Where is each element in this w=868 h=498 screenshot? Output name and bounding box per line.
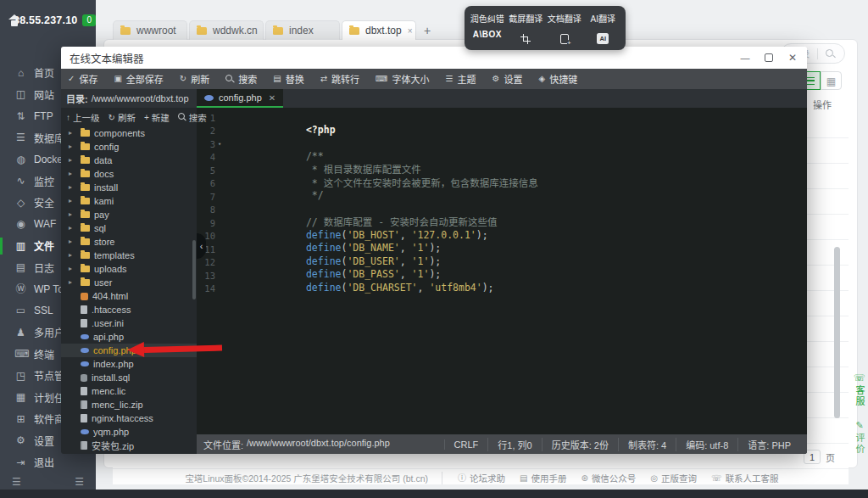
- footer-link[interactable]: 正版查询: [650, 472, 697, 484]
- toolbar-button[interactable]: 替换: [273, 72, 303, 86]
- code-line: 14: [197, 283, 807, 296]
- tree-item[interactable]: config.php: [61, 344, 197, 357]
- translate-tool[interactable]: AI翻译: [584, 11, 623, 45]
- toolbar-button[interactable]: 保存: [68, 72, 97, 86]
- translate-tool[interactable]: 润色纠错 A\BOX: [468, 11, 507, 45]
- goto-line-icon: [320, 75, 327, 83]
- tree-item[interactable]: 404.html: [61, 289, 197, 303]
- minimize-icon[interactable]: [739, 52, 751, 64]
- tree-item[interactable]: yqm.php: [61, 425, 197, 439]
- view-toggle-button[interactable]: [821, 71, 842, 90]
- line-number: 8: [197, 204, 215, 215]
- menu-icon[interactable]: ☰: [75, 477, 84, 487]
- ftp-icon: [14, 111, 27, 121]
- save-icon: [68, 75, 75, 83]
- footer-link[interactable]: 微信公众号: [581, 472, 636, 484]
- side-float-button[interactable]: 评价: [853, 421, 866, 455]
- new-icon: [144, 113, 149, 122]
- terminal-icon: [14, 349, 27, 359]
- file-type-icon: [81, 184, 90, 191]
- tree-item[interactable]: .user.ini: [61, 316, 197, 330]
- tree-item[interactable]: templates: [61, 249, 197, 262]
- file-type-icon: [81, 387, 87, 395]
- tree-item[interactable]: api.php: [61, 330, 197, 344]
- tree-item[interactable]: install: [61, 181, 197, 194]
- file-type-icon: [81, 198, 90, 204]
- search-icon[interactable]: [826, 49, 835, 59]
- scrollbar-thumb[interactable]: [834, 247, 840, 418]
- footer-link[interactable]: 使用手册: [520, 472, 566, 484]
- tree-item[interactable]: kami: [61, 194, 197, 208]
- translate-tool[interactable]: 截屏翻译: [507, 11, 546, 45]
- footer-link[interactable]: 联系人工客服: [711, 472, 779, 484]
- side-float-button[interactable]: 客服: [853, 373, 866, 407]
- tab-label: wwwroot: [136, 25, 176, 36]
- directory-tab[interactable]: wddwk.cn: [189, 20, 264, 40]
- tree-toolbar-button[interactable]: 刷新: [108, 111, 136, 124]
- tree-item[interactable]: store: [61, 235, 197, 249]
- users-icon: [14, 327, 27, 338]
- tree-toolbar-button[interactable]: 搜索: [178, 111, 207, 124]
- toolbar-button[interactable]: 跳转行: [320, 72, 359, 86]
- toolbar-button[interactable]: 字体大小: [376, 72, 429, 86]
- tree-item[interactable]: menc.lic: [61, 384, 197, 398]
- file-tab-close-icon[interactable]: ✕: [269, 93, 275, 103]
- tree-item[interactable]: install.sql: [61, 371, 197, 384]
- toolbar-button[interactable]: 刷新: [180, 72, 209, 86]
- line-number: 6: [197, 178, 215, 188]
- directory-tab[interactable]: index: [265, 20, 340, 40]
- tree-item[interactable]: user: [61, 276, 197, 289]
- file-type-icon: [81, 348, 89, 354]
- tree-item[interactable]: 安装包.zip: [61, 439, 197, 452]
- fold-caret-icon[interactable]: ▾: [215, 141, 224, 148]
- tree-toolbar-button[interactable]: 新建: [144, 111, 170, 124]
- tree-item[interactable]: sql: [61, 221, 197, 235]
- appstore-icon: [14, 414, 27, 424]
- tree-item[interactable]: nginx.htaccess: [61, 411, 197, 425]
- doc-translate-icon: [560, 34, 569, 44]
- tree-caret-icon: [69, 252, 76, 259]
- tree-caret-icon: [69, 238, 76, 245]
- editor-titlebar[interactable]: 在线文本编辑器: [61, 47, 807, 69]
- tree-item[interactable]: docs: [61, 167, 197, 181]
- security-icon: [14, 198, 27, 208]
- bottom-strip: [0, 490, 868, 498]
- tree-item[interactable]: data: [61, 154, 197, 167]
- open-file-tab[interactable]: config.php ✕: [197, 89, 283, 108]
- toolbar-button[interactable]: 全部保存: [114, 72, 163, 86]
- tree-item[interactable]: .htaccess: [61, 303, 197, 316]
- tree-item[interactable]: config: [61, 140, 197, 154]
- notification-badge[interactable]: 0: [82, 14, 96, 26]
- tree-item[interactable]: pay: [61, 208, 197, 221]
- tree-item[interactable]: components: [61, 126, 197, 140]
- toolbar-button[interactable]: 搜索: [225, 72, 257, 86]
- status-segment: 制表符: 4: [618, 438, 676, 451]
- tree-caret-icon: [69, 279, 76, 286]
- translate-tool[interactable]: 文档翻译: [545, 11, 584, 45]
- editor-body: 上一级 刷新 新建: [61, 108, 807, 454]
- tree-item[interactable]: uploads: [61, 262, 197, 276]
- tree-scrollbar-thumb[interactable]: [192, 240, 196, 299]
- directory-tab[interactable]: wwwroot: [113, 20, 187, 40]
- footer-link[interactable]: 论坛求助: [458, 472, 505, 484]
- toolbar-button[interactable]: 设置: [492, 72, 522, 86]
- directory-tab[interactable]: dbxt.top ×: [342, 20, 416, 40]
- toolbar-button[interactable]: 主题: [446, 72, 476, 86]
- server-brand[interactable]: 38.55.237.10 0: [0, 0, 96, 27]
- side-float-buttons: 客服 评价: [853, 373, 866, 455]
- close-icon[interactable]: [787, 52, 798, 64]
- toolbar-button[interactable]: 快捷键: [538, 72, 577, 86]
- code-editor[interactable]: 1 <?php 2: [197, 108, 807, 434]
- verify-icon: [650, 474, 658, 483]
- page-unit-label: 页: [826, 450, 835, 464]
- tree-caret-icon: [69, 143, 76, 150]
- sidebar-item[interactable]: 退出: [0, 451, 96, 473]
- database-icon: [14, 132, 27, 143]
- tree-toolbar-button[interactable]: 上一级: [66, 111, 100, 124]
- tree-item[interactable]: menc_lic.zip: [61, 398, 197, 411]
- maximize-icon[interactable]: [765, 53, 773, 62]
- tab-close-icon[interactable]: ×: [408, 26, 413, 36]
- tree-item[interactable]: index.php: [61, 357, 197, 371]
- new-tab-button[interactable]: +: [418, 20, 437, 40]
- collapse-sidebar-icon[interactable]: ☰: [12, 477, 21, 487]
